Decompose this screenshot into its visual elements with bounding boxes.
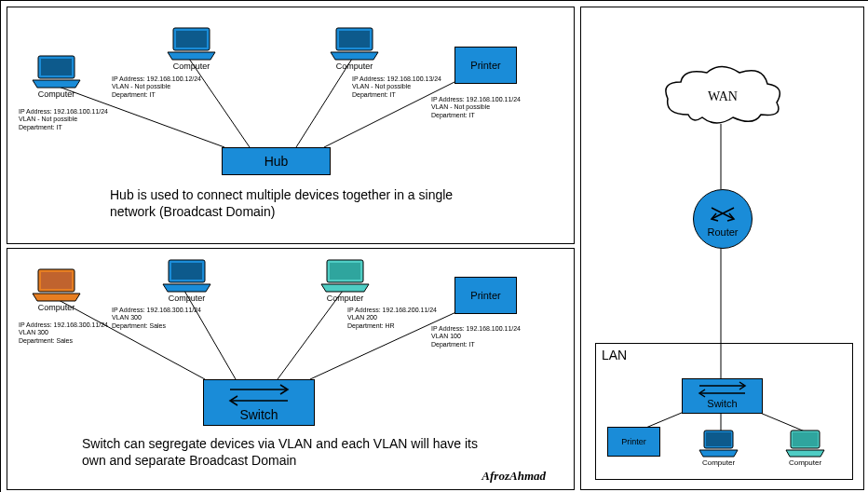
svg-line-2 (296, 59, 352, 147)
hub-panel: Computer IP Address: 192.168.100.11/24 V… (7, 7, 575, 244)
hub-pc2: Computer (166, 26, 217, 71)
lan-printer: Printer (607, 427, 660, 457)
switch-pc1-details: IP Address: 192.168.300.11/24 VLAN 300 D… (19, 321, 108, 345)
svg-rect-5 (41, 59, 72, 75)
switch-printer-label: Printer (470, 290, 500, 301)
switch-label: Switch (204, 407, 314, 422)
switch-printer-details: IP Address: 192.168.100.11/24 VLAN 100 D… (431, 325, 521, 348)
switch-pc1: Computer (31, 267, 82, 312)
hub-pc1-label: Computer (31, 89, 82, 99)
switch-panel: Computer IP Address: 192.168.300.11/24 V… (7, 248, 575, 490)
switch-pc1-label: Computer (31, 303, 82, 312)
router-device: Router (693, 189, 753, 249)
lan-switch-label: Switch (683, 398, 762, 409)
wan-cloud: WAN (660, 63, 786, 137)
hub-pc2-details: IP Address: 192.168.100.12/24 VLAN - Not… (112, 75, 201, 99)
lan-pc1: Computer (698, 429, 739, 467)
lan-label: LAN (602, 348, 627, 362)
svg-rect-34 (793, 432, 818, 446)
svg-rect-19 (330, 263, 360, 280)
switch-device: Switch (203, 379, 315, 426)
switch-caption: Switch can segregate devices via VLAN an… (82, 435, 492, 469)
hub-label: Hub (264, 154, 289, 169)
hub-pc3-details: IP Address: 192.168.100.13/24 VLAN - Not… (352, 75, 441, 99)
hub-printer-label: Printer (470, 60, 500, 71)
lan-switch: Switch (682, 378, 763, 414)
lan-printer-label: Printer (621, 437, 646, 446)
svg-line-12 (278, 291, 343, 379)
svg-line-1 (189, 59, 250, 147)
signature: AfrozAhmad (481, 469, 546, 484)
lan-pc2-label: Computer (784, 458, 826, 467)
hub-pc3-label: Computer (329, 62, 380, 71)
switch-pc2: Computer (161, 258, 212, 303)
svg-rect-17 (171, 263, 202, 280)
hub-pc3: Computer (329, 26, 380, 71)
switch-pc3-label: Computer (319, 294, 371, 303)
diagram-canvas: Computer IP Address: 192.168.100.11/24 V… (0, 0, 868, 492)
hub-caption: Hub is used to connect multiple devices … (110, 186, 482, 220)
hub-printer: Printer (454, 47, 517, 84)
hub-pc1-details: IP Address: 192.168.100.11/24 VLAN - Not… (19, 108, 108, 131)
switch-printer: Printer (454, 277, 517, 314)
switch-pc3-details: IP Address: 192.168.200.11/24 VLAN 200 D… (347, 307, 437, 330)
wan-cloud-label: WAN (708, 89, 738, 103)
switch-pc3: Computer (319, 258, 371, 303)
router-arrows-icon (704, 200, 741, 226)
svg-rect-32 (706, 432, 731, 446)
hub-printer-details: IP Address: 192.168.100.11/24 VLAN - Not… (431, 96, 521, 119)
router-label: Router (707, 226, 738, 238)
svg-rect-9 (339, 31, 370, 48)
lan-switch-arrows-icon (683, 379, 762, 398)
switch-pc2-details: IP Address: 192.168.300.11/24 VLAN 300 D… (112, 307, 201, 330)
svg-rect-7 (176, 31, 207, 48)
hub-pc2-label: Computer (166, 62, 217, 71)
svg-line-11 (184, 291, 236, 379)
lan-pc2: Computer (784, 429, 826, 467)
switch-pc2-label: Computer (161, 294, 212, 303)
svg-rect-15 (41, 272, 72, 289)
wan-panel: WAN Router LAN Switch Printer (580, 7, 864, 490)
lan-pc1-label: Computer (698, 458, 739, 467)
hub-device: Hub (222, 147, 331, 175)
switch-arrows-icon (204, 380, 314, 408)
hub-pc1: Computer (31, 54, 82, 99)
